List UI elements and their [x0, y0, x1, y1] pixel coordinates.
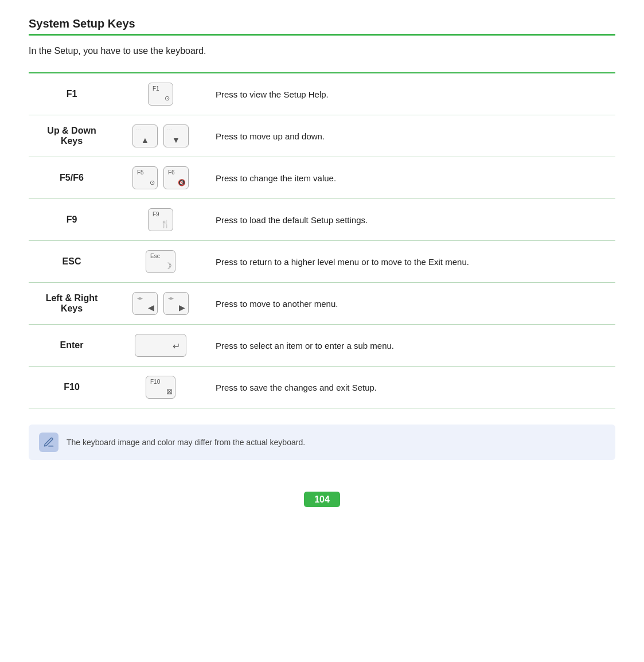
key-name: F1 [29, 73, 115, 115]
key-icon-cell: F9 🍴 [115, 199, 206, 241]
table-row: ESC Esc ☽ Press to return to a higher le… [29, 241, 615, 283]
page-number: 104 [29, 494, 615, 505]
key-name: F5/F6 [29, 157, 115, 199]
page-title: System Setup Keys [29, 17, 615, 36]
key-description: Press to save the changes and exit Setup… [206, 367, 615, 408]
setup-keys-table: F1 F1 ⊙ Press to view the Setup Help. Up… [29, 72, 615, 408]
down-key: ⋯ ▼ [163, 124, 189, 147]
table-row: Enter ↵ Press to select an item or to en… [29, 325, 615, 367]
f9-key: F9 🍴 [148, 208, 173, 231]
key-icon-cell: F10 ⊠ [115, 367, 206, 408]
key-icon-cell: ⋯ ▲ ⋯ ▼ [115, 115, 206, 157]
key-icon-cell: ◂▸ ◀ ◂▸ ▶ [115, 283, 206, 325]
key-description: Press to return to a higher level menu o… [206, 241, 615, 283]
left-key: ◂▸ ◀ [132, 292, 158, 315]
key-description: Press to select an item or to enter a su… [206, 325, 615, 367]
esc-key: Esc ☽ [146, 250, 175, 273]
key-name: ESC [29, 241, 115, 283]
key-description: Press to load the default Setup settings… [206, 199, 615, 241]
table-row: Left & RightKeys ◂▸ ◀ ◂▸ ▶ Press to move… [29, 283, 615, 325]
key-description: Press to view the Setup Help. [206, 73, 615, 115]
up-key: ⋯ ▲ [132, 124, 158, 147]
f6-key: F6 🔇 [163, 166, 189, 189]
key-name: F9 [29, 199, 115, 241]
enter-key: ↵ [135, 334, 186, 357]
table-row: F5/F6 F5 ⊙ F6 🔇 Press to change the item… [29, 157, 615, 199]
key-description: Press to move up and down. [206, 115, 615, 157]
note-text: The keyboard image and color may differ … [67, 438, 305, 447]
f5-key: F5 ⊙ [132, 166, 158, 189]
key-icon-cell: Esc ☽ [115, 241, 206, 283]
key-name: F10 [29, 367, 115, 408]
key-name: Left & RightKeys [29, 283, 115, 325]
table-row: F1 F1 ⊙ Press to view the Setup Help. [29, 73, 615, 115]
key-icon-cell: F1 ⊙ [115, 73, 206, 115]
key-description: Press to move to another menu. [206, 283, 615, 325]
key-name: Enter [29, 325, 115, 367]
table-row: Up & DownKeys ⋯ ▲ ⋯ ▼ Press to move up a… [29, 115, 615, 157]
note-icon [39, 433, 58, 452]
intro-text: In the Setup, you have to use the keyboa… [29, 46, 615, 56]
key-icon-cell: ↵ [115, 325, 206, 367]
right-key: ◂▸ ▶ [163, 292, 189, 315]
key-name: Up & DownKeys [29, 115, 115, 157]
f10-key: F10 ⊠ [146, 376, 175, 399]
table-row: F9 F9 🍴 Press to load the default Setup … [29, 199, 615, 241]
key-icon-cell: F5 ⊙ F6 🔇 [115, 157, 206, 199]
key-description: Press to change the item value. [206, 157, 615, 199]
note-box: The keyboard image and color may differ … [29, 425, 615, 460]
table-row: F10 F10 ⊠ Press to save the changes and … [29, 367, 615, 408]
f1-key: F1 ⊙ [148, 83, 173, 106]
